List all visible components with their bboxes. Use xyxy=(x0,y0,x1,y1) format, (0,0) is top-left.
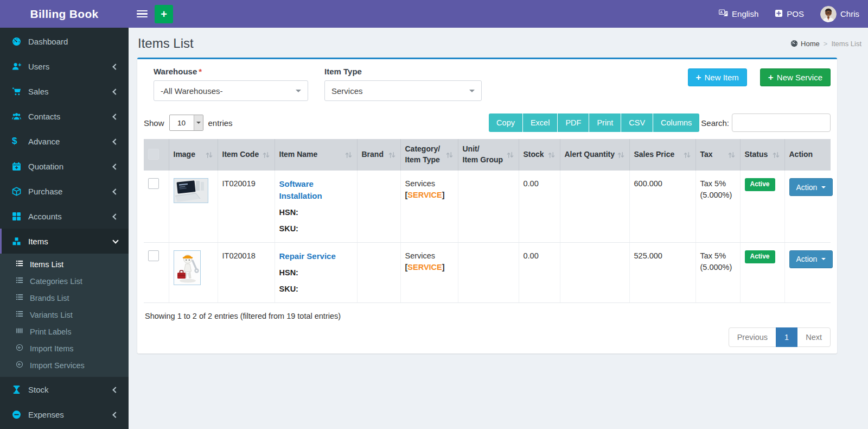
submenu-variants-list[interactable]: Variants List xyxy=(0,306,129,323)
sidebar-item-quotation[interactable]: Quotation xyxy=(0,154,129,179)
item-name-link[interactable]: Repair Service xyxy=(279,250,336,262)
chevron-down-icon xyxy=(112,237,118,243)
column-header-status[interactable]: Status xyxy=(740,139,784,171)
action-dropdown-button[interactable]: Action xyxy=(789,250,833,268)
caret-down-icon xyxy=(194,115,203,130)
submenu-brands-list[interactable]: Brands List xyxy=(0,289,129,306)
topbar-right: English POS Chris xyxy=(719,6,859,22)
column-header-unit-item-group[interactable]: Unit/Item Group xyxy=(458,139,519,171)
column-header-tax[interactable]: Tax xyxy=(695,139,740,171)
export-csv-button[interactable]: CSV xyxy=(621,113,653,132)
sidebar-item-expenses[interactable]: Expenses xyxy=(0,402,129,427)
column-header-alert-quantity[interactable]: Alert Quantity xyxy=(560,139,629,171)
stock-value: 0.00 xyxy=(524,179,539,188)
sidebar-item-label: Advance xyxy=(28,137,60,146)
language-label: English xyxy=(732,9,758,18)
export-copy-button[interactable]: Copy xyxy=(489,113,522,132)
submenu-import-services[interactable]: Import Services xyxy=(0,357,129,374)
item-name-link[interactable]: Software Installation xyxy=(279,178,353,202)
language-icon xyxy=(719,9,728,18)
item-type-label: Item Type xyxy=(324,67,482,76)
language-menu[interactable]: English xyxy=(719,9,758,18)
dashboard-icon xyxy=(12,37,28,46)
column-header-category-item-type[interactable]: Category/Item Type xyxy=(400,139,458,171)
pagination-next[interactable]: Next xyxy=(797,327,831,347)
submenu-import-items[interactable]: Import Items xyxy=(0,340,129,357)
cube-icon xyxy=(12,187,28,196)
column-header-action: Action xyxy=(784,139,831,171)
new-service-button[interactable]: + New Service xyxy=(760,68,831,86)
row-checkbox[interactable] xyxy=(148,250,159,261)
breadcrumb-current: Items List xyxy=(831,40,861,48)
breadcrumb-home-link[interactable]: Home xyxy=(790,40,820,48)
select-all-checkbox[interactable] xyxy=(148,149,159,160)
submenu-categories-list[interactable]: Categories List xyxy=(0,273,129,289)
item-type-select[interactable]: Services xyxy=(324,80,482,101)
chevron-left-icon xyxy=(112,188,118,194)
sidebar-item-contacts[interactable]: Contacts xyxy=(0,104,129,129)
hamburger-menu-icon[interactable] xyxy=(137,10,148,18)
sidebar-item-dashboard[interactable]: Dashboard xyxy=(0,29,129,54)
required-asterisk: * xyxy=(199,67,202,76)
sort-icon xyxy=(727,151,736,159)
hsn-label: HSN: xyxy=(279,207,353,218)
column-header-stock[interactable]: Stock xyxy=(519,139,560,171)
sidebar-item-accounts[interactable]: Accounts xyxy=(0,204,129,229)
quick-add-button[interactable]: + xyxy=(155,5,173,23)
column-header-brand[interactable]: Brand xyxy=(357,139,400,171)
list-icon xyxy=(16,276,30,286)
sidebar-item-label: Purchase xyxy=(28,187,62,196)
sort-icon xyxy=(344,151,353,159)
sidebar-item-sales[interactable]: Sales xyxy=(0,79,129,104)
pos-button[interactable]: POS xyxy=(775,9,804,19)
export-excel-button[interactable]: Excel xyxy=(522,113,557,132)
sidebar-item-stock[interactable]: Stock xyxy=(0,377,129,402)
brand-logo[interactable]: Billing Book xyxy=(0,0,129,28)
column-header-item-code[interactable]: Item Code xyxy=(218,139,275,171)
sidebar-item-label: Quotation xyxy=(28,162,63,171)
sidebar-item-users[interactable]: Users xyxy=(0,54,129,79)
submenu-items-list[interactable]: Items List xyxy=(0,256,129,273)
search-label: Search: xyxy=(701,118,729,128)
sidebar-item-advance[interactable]: $ Advance xyxy=(0,129,129,154)
column-header-sales-price[interactable]: Sales Price xyxy=(629,139,695,171)
submenu-print-labels[interactable]: Print Labels xyxy=(0,323,129,340)
sort-icon xyxy=(262,151,270,159)
tax-rate: (5.000%) xyxy=(700,262,736,273)
sidebar-item-label: Sales xyxy=(28,87,49,96)
show-label: Show xyxy=(144,118,164,128)
category-value: Services xyxy=(405,178,454,190)
pagination-previous[interactable]: Previous xyxy=(729,327,776,347)
warehouse-select[interactable]: -All Warehouses- xyxy=(154,80,308,101)
column-header-item-name[interactable]: Item Name xyxy=(275,139,357,171)
calendar-plus-icon xyxy=(12,162,28,171)
plus-square-icon xyxy=(775,9,783,19)
select-all-header[interactable] xyxy=(144,139,169,171)
list-icon xyxy=(16,310,30,319)
export-columns-button[interactable]: Columns xyxy=(653,113,699,132)
export-print-button[interactable]: Print xyxy=(589,113,621,132)
sidebar-item-items[interactable]: Items xyxy=(0,229,129,254)
export-pdf-button[interactable]: PDF xyxy=(557,113,589,132)
row-checkbox[interactable] xyxy=(148,178,159,189)
page-length-select[interactable]: 10 xyxy=(169,115,203,131)
column-header-image[interactable]: Image xyxy=(169,139,218,171)
caret-down-icon xyxy=(821,258,826,262)
tax-rate: (5.000%) xyxy=(700,190,736,201)
sidebar-item-label: Dashboard xyxy=(28,37,68,46)
user-menu[interactable]: Chris xyxy=(820,6,859,22)
submenu-label: Categories List xyxy=(30,277,82,286)
pagination-page-1[interactable]: 1 xyxy=(776,327,797,347)
new-item-button[interactable]: + New Item xyxy=(688,68,747,86)
users-group-icon xyxy=(12,112,28,121)
sort-icon xyxy=(617,151,625,159)
sidebar-item-purchase[interactable]: Purchase xyxy=(0,179,129,204)
search-input[interactable] xyxy=(732,113,831,132)
plus-icon: + xyxy=(768,73,774,82)
submenu-label: Variants List xyxy=(30,311,73,319)
tax-value: Tax 5% xyxy=(700,250,736,262)
submenu-label: Brands List xyxy=(30,294,69,302)
action-dropdown-button[interactable]: Action xyxy=(789,178,833,196)
sort-icon xyxy=(683,151,691,159)
sidebar-item-label: Stock xyxy=(28,385,49,394)
